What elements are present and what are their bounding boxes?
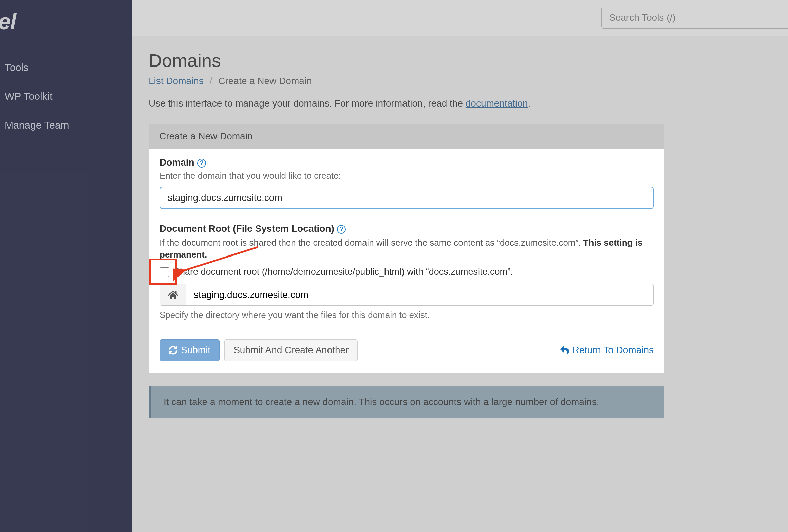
sidebar-item-manage-team[interactable]: Manage Team	[0, 111, 132, 139]
panel-body: Domain ? Enter the domain that you would…	[149, 149, 664, 373]
intro-pre: Use this interface to manage your domain…	[149, 98, 466, 109]
alert-text: It can take a moment to create a new dom…	[164, 397, 599, 407]
breadcrumb-link-list-domains[interactable]: List Domains	[149, 76, 204, 86]
reply-icon	[560, 346, 569, 355]
help-icon[interactable]: ?	[337, 225, 346, 234]
docroot-desc-pre: If the document root is shared then the …	[160, 238, 583, 248]
home-icon	[160, 284, 186, 306]
intro-post: .	[528, 98, 530, 109]
info-alert: It can take a moment to create a new dom…	[149, 386, 664, 418]
logo: Panel	[0, 8, 132, 34]
sidebar-nav: Tools WP Toolkit Manage Team	[0, 53, 132, 139]
breadcrumb-current: Create a New Domain	[218, 76, 312, 86]
domain-input[interactable]	[160, 187, 654, 209]
sidebar-item-wp-toolkit[interactable]: WP Toolkit	[0, 82, 132, 111]
submit-button[interactable]: Submit	[160, 339, 220, 361]
domain-hint: Enter the domain that you would like to …	[160, 171, 654, 181]
breadcrumb-separator: /	[210, 76, 212, 86]
docroot-label: Document Root (File System Location)	[160, 223, 334, 234]
sidebar-item-tools[interactable]: Tools	[0, 53, 132, 82]
intro-text: Use this interface to manage your domain…	[149, 98, 772, 109]
page-title: Domains	[149, 50, 772, 71]
documentation-link[interactable]: documentation	[466, 98, 528, 109]
breadcrumb: List Domains / Create a New Domain	[149, 76, 772, 87]
topbar	[132, 0, 788, 36]
share-docroot-checkbox[interactable]	[160, 267, 169, 277]
docroot-spec-hint: Specify the directory where you want the…	[160, 310, 654, 320]
return-label: Return To Domains	[573, 345, 654, 356]
panel-heading: Create a New Domain	[149, 124, 664, 149]
sidebar: Panel Tools WP Toolkit Manage Team	[0, 0, 132, 532]
refresh-icon	[169, 346, 177, 355]
search-input[interactable]	[601, 7, 788, 28]
domain-label: Domain	[160, 157, 194, 168]
submit-button-label: Submit	[181, 345, 210, 356]
submit-create-another-button[interactable]: Submit And Create Another	[224, 339, 358, 361]
submit-another-label: Submit And Create Another	[233, 345, 349, 356]
return-to-domains-link[interactable]: Return To Domains	[560, 345, 654, 356]
docroot-description: If the document root is shared then the …	[160, 237, 654, 261]
docroot-input[interactable]	[186, 284, 654, 306]
share-docroot-label: Share document root (/home/demozumesite/…	[174, 267, 513, 277]
help-icon[interactable]: ?	[197, 159, 206, 168]
